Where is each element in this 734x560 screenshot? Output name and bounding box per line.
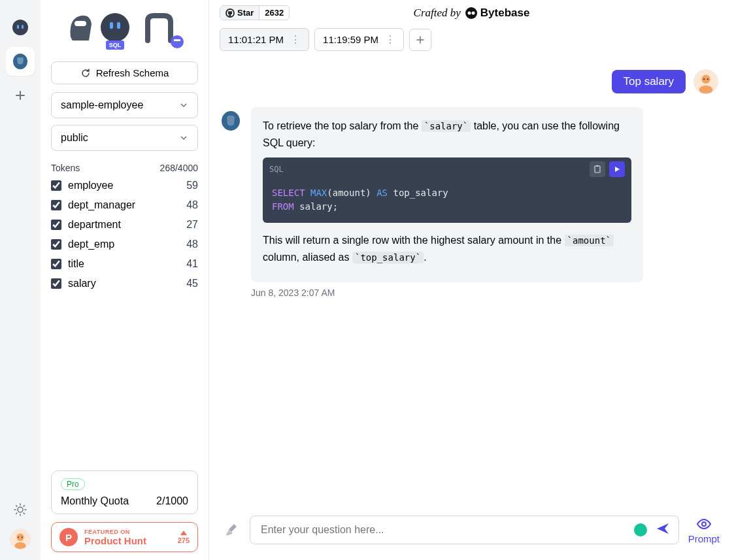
table-name: title <box>68 258 84 270</box>
star-label: Star <box>237 8 254 18</box>
upvote-icon <box>180 531 187 535</box>
user-message-row: Top salary <box>220 69 718 94</box>
prompt-button[interactable]: Prompt <box>688 516 720 544</box>
table-name: dept_emp <box>68 239 114 250</box>
broom-icon <box>224 521 241 538</box>
table-checkbox[interactable] <box>51 220 61 230</box>
rail-add-button[interactable] <box>6 81 35 110</box>
chevron-down-icon <box>179 133 188 142</box>
ph-name: Product Hunt <box>84 535 171 546</box>
copy-code-button[interactable] <box>590 161 605 177</box>
github-icon <box>225 8 235 18</box>
table-count: 48 <box>186 239 198 250</box>
run-code-button[interactable] <box>609 161 625 177</box>
table-row[interactable]: dept_emp48 <box>51 236 198 253</box>
message-timestamp: Jun 8, 2023 2:07 AM <box>251 288 718 298</box>
github-star-badge[interactable]: Star 2632 <box>220 5 290 20</box>
svg-text:SQL: SQL <box>108 42 121 48</box>
svg-point-23 <box>701 75 710 84</box>
chevron-down-icon <box>179 101 188 110</box>
crafted-by: Crafted by Bytebase <box>414 7 530 20</box>
tokens-label: Tokens <box>51 163 80 173</box>
svg-point-11 <box>101 13 129 42</box>
svg-point-7 <box>15 542 26 550</box>
eye-icon <box>696 516 712 532</box>
left-rail <box>0 0 41 560</box>
send-button[interactable] <box>655 521 671 539</box>
sun-icon <box>13 502 27 517</box>
table-name: dept_manager <box>68 199 135 211</box>
table-checkbox[interactable] <box>51 180 61 191</box>
svg-rect-12 <box>110 22 113 29</box>
bot-message-row: To retrieve the top salary from the `sal… <box>220 107 718 282</box>
bytebase-icon <box>465 7 478 20</box>
refresh-schema-button[interactable]: Refresh Schema <box>51 61 198 84</box>
svg-point-19 <box>465 7 477 19</box>
ph-featured-text: FEATURED ON <box>84 529 171 535</box>
input-row: Prompt <box>209 508 734 560</box>
theme-toggle[interactable] <box>13 502 27 519</box>
table-row[interactable]: salary45 <box>51 275 198 292</box>
svg-point-0 <box>12 20 28 35</box>
grammarly-icon[interactable] <box>634 523 647 536</box>
table-row[interactable]: department27 <box>51 216 198 233</box>
question-input[interactable] <box>261 524 646 536</box>
table-count: 48 <box>186 199 198 211</box>
table-checkbox[interactable] <box>51 239 61 250</box>
table-count: 41 <box>186 258 198 270</box>
table-name: department <box>68 219 121 231</box>
user-message-bubble: Top salary <box>612 70 686 93</box>
ph-votes: 275 <box>178 536 190 544</box>
tokens-value: 268/4000 <box>160 163 198 173</box>
svg-point-4 <box>18 507 23 512</box>
clipboard-icon <box>593 165 602 174</box>
quota-box: Pro Monthly Quota 2/1000 <box>51 470 198 514</box>
tab-menu-icon[interactable]: ⋮ <box>385 35 395 45</box>
crafted-brand: Bytebase <box>480 7 530 20</box>
table-checkbox[interactable] <box>51 259 61 269</box>
svg-point-24 <box>699 86 713 94</box>
rail-postgres-icon[interactable] <box>6 47 35 76</box>
add-tab-button[interactable] <box>409 29 431 51</box>
conversation-tab[interactable]: 11:01:21 PM⋮ <box>220 28 309 51</box>
schema-label: public <box>61 132 88 144</box>
plus-icon <box>415 35 425 45</box>
table-checkbox[interactable] <box>51 200 61 210</box>
bot-message-bubble: To retrieve the top salary from the `sal… <box>251 107 643 282</box>
svg-point-21 <box>471 11 475 14</box>
bot-avatar <box>220 110 242 132</box>
tab-label: 11:01:21 PM <box>228 34 284 45</box>
svg-point-30 <box>702 522 706 526</box>
table-count: 45 <box>186 278 198 289</box>
svg-point-6 <box>16 534 24 541</box>
table-count: 59 <box>186 180 198 191</box>
inline-code: `salary` <box>422 120 471 132</box>
table-checkbox[interactable] <box>51 278 61 289</box>
svg-rect-2 <box>22 25 24 29</box>
table-row[interactable]: title41 <box>51 255 198 272</box>
table-row[interactable]: employee59 <box>51 177 198 194</box>
svg-rect-10 <box>75 21 86 26</box>
tab-menu-icon[interactable]: ⋮ <box>290 35 301 45</box>
play-icon <box>613 165 621 173</box>
product-hunt-badge[interactable]: P FEATURED ON Product Hunt 275 <box>51 522 198 552</box>
star-count: 2632 <box>259 6 289 20</box>
inline-code: `amount` <box>565 235 614 246</box>
svg-point-26 <box>707 78 709 80</box>
svg-point-16 <box>171 35 184 48</box>
topbar: Star 2632 Crafted by Bytebase <box>209 0 734 25</box>
database-label: sample-employee <box>61 99 143 111</box>
schema-select[interactable]: public <box>51 125 198 151</box>
rail-user-avatar[interactable] <box>10 529 31 550</box>
table-count: 27 <box>186 219 198 231</box>
svg-point-20 <box>467 11 471 14</box>
main-panel: Star 2632 Crafted by Bytebase 11:01:21 P… <box>209 0 734 560</box>
table-row[interactable]: dept_manager48 <box>51 197 198 214</box>
rail-bot-icon[interactable] <box>6 13 35 42</box>
svg-rect-13 <box>117 22 120 29</box>
svg-point-9 <box>22 536 23 538</box>
code-block: SQL SELECT MAX(amount) AS top_salary FR <box>263 157 631 223</box>
database-select[interactable]: sample-employee <box>51 92 198 118</box>
clear-chat-button[interactable] <box>224 521 241 538</box>
conversation-tab[interactable]: 11:19:59 PM⋮ <box>314 28 404 51</box>
